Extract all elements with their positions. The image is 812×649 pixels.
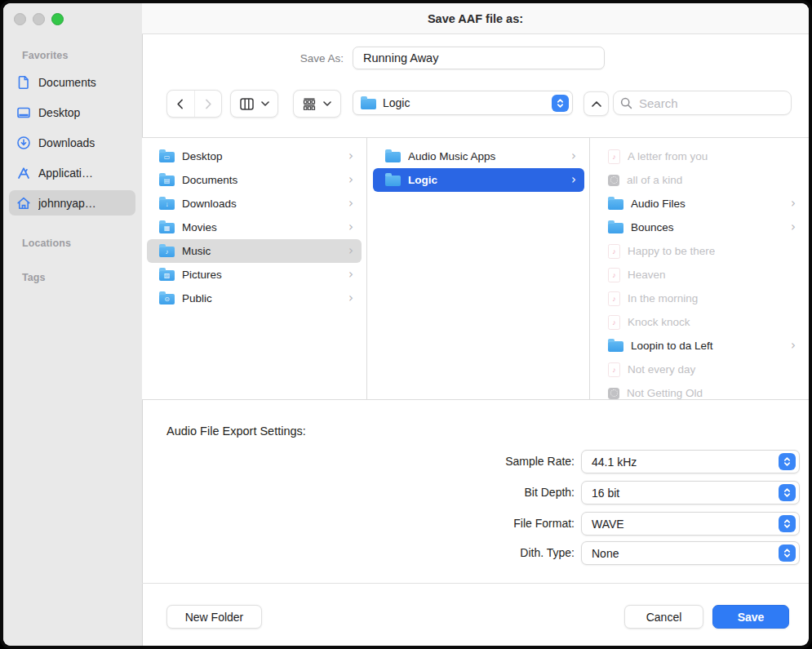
browser-row-pictures[interactable]: ▨Pictures: [147, 263, 362, 287]
audio-file-icon: ♪: [608, 315, 620, 330]
folder-desktop-icon: ▭: [159, 152, 175, 162]
dither-type-label: Dith. Type:: [428, 541, 575, 565]
project-file-icon: [608, 388, 619, 399]
view-mode-button[interactable]: [230, 90, 278, 118]
chevron-right-icon: [571, 174, 579, 186]
zoom-window-button[interactable]: [51, 13, 64, 25]
sidebar-section-locations: Locations: [22, 238, 71, 249]
chevron-right-icon: [348, 292, 357, 304]
chevron-right-icon: [791, 198, 799, 210]
close-window-button[interactable]: [14, 13, 26, 25]
new-folder-button[interactable]: New Folder: [166, 605, 262, 629]
column-browser: ▭Desktop ▤Documents ↓Downloads ▦Movies ♪…: [142, 137, 809, 400]
chevron-right-icon: [202, 98, 214, 110]
chevron-right-icon: [791, 221, 799, 233]
folder-music-icon: ♪: [159, 247, 175, 257]
audio-file-icon: ♪: [608, 149, 620, 164]
file-format-label: File Format:: [428, 512, 575, 536]
browser-row-file: ♪A letter from you: [596, 144, 804, 168]
popup-stepper-icon: [779, 484, 796, 501]
browser-row-file: ♪Happy to be there: [596, 239, 804, 263]
minimize-window-button[interactable]: [33, 13, 45, 25]
browser-row-downloads[interactable]: ↓Downloads: [147, 192, 362, 216]
folder-icon: [385, 152, 401, 162]
document-icon: [16, 75, 31, 90]
sample-rate-popup[interactable]: 44.1 kHz: [581, 450, 800, 473]
location-popup[interactable]: Logic: [353, 91, 573, 115]
titlebar: Save AAF file as:: [142, 3, 809, 34]
search-input[interactable]: [637, 96, 784, 111]
browser-row-file: ♪Knock knock: [596, 310, 804, 334]
chevron-right-icon: [348, 269, 357, 281]
chevron-right-icon: [348, 198, 357, 210]
browser-row-movies[interactable]: ▦Movies: [147, 216, 362, 239]
browser-row-music-selected[interactable]: ♪Music: [147, 239, 362, 263]
browser-column-1: ▭Desktop ▤Documents ↓Downloads ▦Movies ♪…: [142, 138, 367, 399]
history-nav: [166, 90, 222, 118]
folder-public-icon: ⊙: [159, 294, 175, 304]
browser-row-audio-files[interactable]: Audio Files: [596, 192, 804, 216]
browser-row-audio-music-apps[interactable]: Audio Music Apps: [373, 144, 584, 168]
browser-row-file: all of a kind: [596, 168, 804, 192]
save-as-input[interactable]: [353, 47, 605, 69]
desktop-icon: [16, 105, 31, 120]
group-by-button[interactable]: [293, 90, 341, 118]
browser-column-3: ♪A letter from you all of a kind Audio F…: [591, 138, 809, 399]
browser-row-file: Not Getting Old: [596, 381, 804, 399]
sidebar-section-favorites: Favorites: [22, 50, 68, 61]
sidebar-item-desktop[interactable]: Desktop: [9, 100, 135, 125]
bit-depth-popup[interactable]: 16 bit: [581, 481, 800, 505]
chevron-left-icon: [175, 98, 186, 110]
cancel-button[interactable]: Cancel: [624, 605, 703, 629]
popup-stepper-icon: [779, 453, 796, 470]
browser-row-public[interactable]: ⊙Public: [147, 287, 362, 310]
browser-row-loopin-to-da-left[interactable]: Loopin to da Left: [596, 334, 804, 358]
bit-depth-label: Bit Depth:: [428, 481, 575, 505]
sidebar-section-tags: Tags: [22, 272, 46, 283]
browser-row-logic-selected[interactable]: Logic: [373, 168, 584, 192]
downloads-icon: [16, 136, 31, 150]
browser-row-documents[interactable]: ▤Documents: [147, 168, 362, 192]
browser-column-2: Audio Music Apps Logic: [368, 138, 590, 399]
dialog-title: Save AAF file as:: [428, 12, 523, 25]
back-button[interactable]: [167, 91, 194, 117]
dither-type-popup[interactable]: None: [581, 541, 800, 565]
chevron-right-icon: [571, 150, 579, 162]
column-view-icon: [240, 98, 254, 110]
folder-pictures-icon: ▨: [159, 270, 175, 281]
browser-row-desktop[interactable]: ▭Desktop: [147, 144, 362, 168]
search-field[interactable]: [613, 91, 792, 115]
group-icon: [303, 98, 316, 110]
sample-rate-label: Sample Rate:: [428, 450, 575, 473]
chevron-down-icon: [261, 101, 269, 106]
save-button[interactable]: Save: [712, 605, 789, 629]
sidebar-item-home[interactable]: johnnyap…: [9, 190, 135, 216]
forward-button[interactable]: [194, 91, 222, 117]
file-format-popup[interactable]: WAVE: [581, 512, 800, 536]
chevron-down-icon: [323, 101, 331, 106]
location-popup-value: Logic: [383, 96, 545, 109]
sidebar-item-documents[interactable]: Documents: [9, 69, 135, 95]
folder-movies-icon: ▦: [159, 223, 175, 233]
browser-row-file: ♪Heaven: [596, 263, 804, 287]
browser-row-bounces[interactable]: Bounces: [596, 216, 804, 239]
audio-file-icon: ♪: [608, 268, 620, 282]
sidebar-item-applications[interactable]: Applicati…: [9, 160, 135, 185]
sidebar-item-label: johnnyap…: [38, 197, 96, 210]
collapse-button[interactable]: [583, 91, 609, 116]
chevron-right-icon: [348, 245, 357, 257]
search-icon: [620, 97, 632, 109]
folder-icon: [608, 223, 623, 233]
sidebar-item-label: Downloads: [38, 136, 95, 149]
save-dialog-window: Favorites Documents Desktop Downloads Ap…: [0, 0, 812, 649]
chevron-right-icon: [791, 340, 799, 352]
chevron-right-icon: [348, 174, 357, 186]
save-as-label: Save As:: [240, 52, 344, 64]
folder-downloads-icon: ↓: [159, 199, 175, 210]
folder-icon: [361, 99, 376, 109]
browser-row-file: ♪Not every day: [596, 358, 804, 381]
browser-row-file: ♪In the morning: [596, 287, 804, 310]
folder-documents-icon: ▤: [159, 176, 175, 186]
chevron-up-icon: [592, 101, 601, 107]
sidebar-item-downloads[interactable]: Downloads: [9, 130, 135, 155]
